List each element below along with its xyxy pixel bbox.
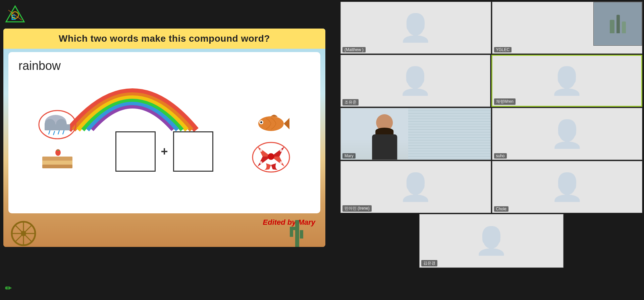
bottle-1 [610, 20, 614, 33]
participants-grid: 👤 (Matthew ) YGLEC 👤 조유준 👤 채령Wren [339, 0, 644, 300]
svg-rect-14 [42, 157, 72, 161]
svg-point-20 [260, 121, 262, 123]
bottle-2 [616, 15, 620, 33]
participant-tile-matthew: 👤 (Matthew ) [340, 2, 491, 54]
mary-video-feed [341, 108, 491, 160]
svg-line-10 [53, 131, 55, 135]
app-logo: E [3, 3, 27, 27]
cake-image [37, 143, 77, 173]
participant-name-yglec: YGLEC [494, 47, 512, 52]
word-box-1 [115, 131, 156, 172]
slide-title: Which two words make this compound word? [10, 33, 319, 44]
svg-rect-8 [45, 124, 70, 130]
participants-row-1: 👤 (Matthew ) YGLEC [340, 2, 642, 54]
participant-tile-irene: 👤 민아인 (Irene) [340, 161, 491, 213]
participant-name-mary: Mary [342, 153, 356, 159]
svg-rect-16 [42, 165, 72, 168]
main-presentation-area: E Which two words make this compound wor… [0, 0, 339, 300]
slide-content: rainbow [8, 52, 320, 213]
svg-point-23 [260, 149, 262, 152]
participant-tile-kimeugyeong: 👤 김은경 [419, 214, 564, 268]
person-hair [375, 128, 393, 134]
svg-point-24 [280, 149, 282, 152]
participant-tile-joyujun: 👤 조유준 [340, 55, 490, 107]
left-images [37, 110, 77, 173]
presentation-slide: Which two words make this compound word?… [3, 29, 325, 247]
participant-name-kimeugyeong: 김은경 [421, 260, 437, 266]
bow-image [251, 140, 291, 173]
svg-rect-33 [295, 220, 299, 247]
svg-line-11 [58, 130, 59, 134]
slide-images-row: + [18, 76, 310, 207]
participant-tile-suho: 👤 suho [492, 108, 643, 160]
svg-point-26 [280, 161, 282, 164]
window-blinds [408, 108, 491, 160]
participants-row-3: Mary 👤 suho [340, 108, 642, 160]
participant-tile-wren: 👤 채령Wren [491, 55, 643, 107]
plus-sign: + [161, 144, 168, 159]
fish-image [253, 110, 289, 136]
participant-tile-mary: Mary [340, 108, 491, 160]
participants-row-4: 👤 민아인 (Irene) 👤 Chole [340, 161, 642, 213]
participant-name-chole: Chole [494, 206, 508, 212]
participant-name-wren: 채령Wren [494, 98, 516, 105]
svg-point-25 [260, 161, 262, 164]
right-images [251, 110, 291, 173]
mary-person-figure [372, 114, 397, 160]
svg-rect-15 [42, 161, 72, 165]
pencil-tool-icon[interactable]: ✏ [5, 283, 12, 293]
yglec-room-view [593, 2, 642, 46]
participant-name-matthew: (Matthew ) [342, 47, 366, 52]
word-box-2 [173, 131, 213, 172]
slide-title-bar: Which two words make this compound word? [3, 29, 325, 49]
svg-point-22 [268, 153, 274, 160]
participants-row-2: 👤 조유준 👤 채령Wren [340, 55, 642, 107]
svg-rect-36 [300, 230, 303, 239]
participants-row-5: 👤 김은경 [340, 214, 642, 268]
bottle-3 [622, 22, 626, 33]
cloud-image [37, 110, 77, 140]
participant-tile-chole: 👤 Chole [492, 161, 643, 213]
participant-name-irene: 민아인 (Irene) [342, 205, 372, 212]
person-body [372, 134, 397, 160]
desert-decoration [3, 213, 325, 247]
rainbow-image [62, 63, 203, 137]
word-boxes: + [115, 131, 213, 172]
participant-tile-yglec: YGLEC [492, 2, 643, 54]
svg-line-9 [49, 130, 50, 134]
yglec-bottles [610, 15, 626, 33]
participant-name-suho: suho [494, 153, 507, 159]
participant-name-joyujun: 조유준 [342, 99, 359, 105]
svg-rect-35 [290, 227, 293, 237]
svg-line-12 [63, 130, 64, 134]
